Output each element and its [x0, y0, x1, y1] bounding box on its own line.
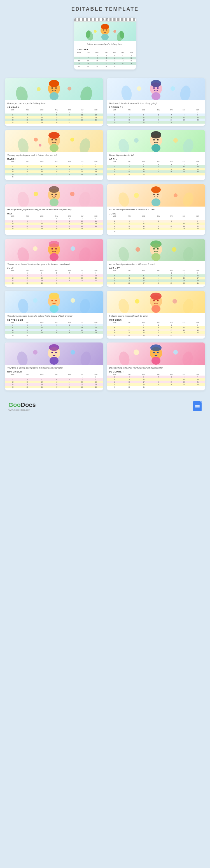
- main-calendar-grid: MON TUE WED THU FRI SAT SUN 12345 678910…: [74, 51, 136, 68]
- svg-point-48: [16, 191, 30, 207]
- svg-point-10: [113, 30, 116, 33]
- svg-point-106: [49, 344, 59, 351]
- svg-point-29: [16, 137, 30, 152]
- svg-point-116: [153, 352, 155, 353]
- month-name-may: MAY: [5, 212, 103, 215]
- table-row: 1: [107, 217, 205, 220]
- table-row: 16171819202122: [107, 225, 205, 227]
- month-card-dec: Do something today that your future self…: [107, 342, 205, 391]
- month-quote-nov: Your time is limited, don't waste it liv…: [5, 365, 103, 370]
- table-row: 24252627282930: [5, 386, 103, 388]
- month-card-apr: Dream big and dare to fail!APRILMONTUEWE…: [107, 130, 205, 180]
- table-row: 123456: [107, 163, 205, 165]
- day-header-fri: FRI: [111, 51, 118, 54]
- svg-point-110: [33, 350, 37, 354]
- svg-point-74: [33, 246, 37, 251]
- month-quote-feb: Don't watch the clock; do what it does. …: [107, 100, 205, 105]
- month-cal-feb: MONTUEWEDTHUFRISATSUN1234567891011121314…: [107, 108, 205, 124]
- month-card-jan: Believe you can and you're halfway there…: [5, 78, 103, 126]
- month-card-mar: The only way to do great work is to love…: [5, 130, 103, 180]
- svg-point-8: [101, 34, 109, 40]
- svg-point-86: [79, 298, 91, 313]
- table-row: 12345: [107, 324, 205, 326]
- day-header-thu: THU: [102, 51, 111, 54]
- table-row: 2345678: [107, 220, 205, 222]
- table-row: 3456789: [107, 114, 205, 116]
- page-title: EDITABLE TEMPLATE: [0, 0, 210, 15]
- svg-point-56: [34, 192, 38, 196]
- table-row: 1234567: [5, 324, 103, 326]
- month-illus-feb: [107, 78, 205, 100]
- month-cal-aug: MONTUEWEDTHUFRISATSUN1234567891011121314…: [107, 269, 205, 284]
- logo: GooDocs www.thegoodocs.com: [8, 401, 36, 411]
- svg-point-61: [151, 186, 161, 193]
- svg-point-83: [136, 247, 140, 252]
- svg-point-14: [49, 80, 59, 87]
- svg-point-57: [70, 192, 74, 196]
- month-card-nov: Your time is limited, don't waste it liv…: [5, 342, 103, 391]
- day-header-sun: SUN: [127, 51, 136, 54]
- month-cal-jul: MONTUEWEDTHUFRISATSUN1234567891011121314…: [5, 269, 103, 284]
- table-row: 293031: [107, 386, 205, 388]
- svg-point-101: [135, 299, 139, 304]
- main-calendar-illustration: [74, 22, 136, 41]
- table-row: 10111213141516: [5, 381, 103, 383]
- month-illus-dec: [107, 342, 205, 365]
- svg-point-19: [68, 87, 71, 91]
- svg-point-107: [51, 352, 53, 353]
- svg-point-73: [49, 253, 59, 261]
- table-row: 123: [107, 272, 205, 274]
- logo-subtitle: www.thegoodocs.com: [8, 409, 36, 411]
- table-row: 13141516171819: [107, 329, 205, 331]
- svg-point-115: [150, 344, 162, 351]
- month-name-mar: MARCH: [5, 157, 103, 160]
- svg-point-12: [79, 85, 94, 100]
- svg-point-99: [158, 300, 159, 301]
- table-row: 1234567: [107, 376, 205, 378]
- svg-point-43: [153, 139, 155, 141]
- doc-line-3: [195, 407, 200, 408]
- month-illus-jul: [5, 239, 103, 261]
- svg-point-36: [34, 137, 38, 142]
- docs-icon: [193, 401, 202, 411]
- month-illus-jun: [107, 184, 205, 207]
- svg-point-108: [56, 352, 57, 353]
- svg-point-65: [134, 193, 139, 198]
- table-row: 22232425262728: [107, 383, 205, 386]
- month-card-aug: Act as if what you do makes a difference…: [107, 239, 205, 287]
- month-card-jun: Act as if what you do makes a difference…: [107, 184, 205, 235]
- month-name-apr: APRIL: [107, 157, 205, 160]
- svg-point-23: [151, 80, 161, 87]
- svg-point-112: [118, 351, 131, 365]
- svg-point-71: [51, 248, 53, 249]
- svg-point-55: [49, 198, 59, 206]
- svg-point-25: [158, 87, 159, 89]
- month-quote-mar: The only way to do great work is to love…: [5, 152, 103, 157]
- table-row: 20212223242526: [107, 331, 205, 334]
- svg-point-26: [151, 92, 161, 100]
- month-name-jul: JULY: [5, 266, 103, 269]
- table-row: 6789101112: [107, 326, 205, 329]
- day-header-tue: TUE: [84, 51, 93, 54]
- svg-point-27: [137, 86, 141, 91]
- doc-line-2: [195, 406, 200, 407]
- table-row: 25262728293031: [107, 282, 205, 284]
- svg-point-52: [51, 194, 53, 195]
- day-header-sat: SAT: [118, 51, 127, 54]
- table-row: 3456789: [5, 378, 103, 381]
- table-row: 3456789: [5, 165, 103, 168]
- svg-point-9: [94, 30, 97, 33]
- svg-point-68: [77, 246, 92, 261]
- table-row: 45678910: [107, 274, 205, 277]
- svg-point-90: [56, 300, 57, 301]
- logo-goo: Goo: [8, 401, 21, 408]
- table-row: 12131415161718: [5, 222, 103, 225]
- table-row: 19202122232425: [5, 225, 103, 227]
- table-row: 2728293031: [107, 334, 205, 336]
- doc-line-1: [195, 405, 200, 406]
- month-cal-dec: MONTUEWEDTHUFRISATSUN1234567891011121314…: [107, 373, 205, 388]
- table-row: 567891011: [5, 220, 103, 222]
- table-row: 13141516171819: [5, 116, 103, 119]
- logo-text: GooDocs: [8, 401, 36, 409]
- svg-point-111: [71, 350, 75, 354]
